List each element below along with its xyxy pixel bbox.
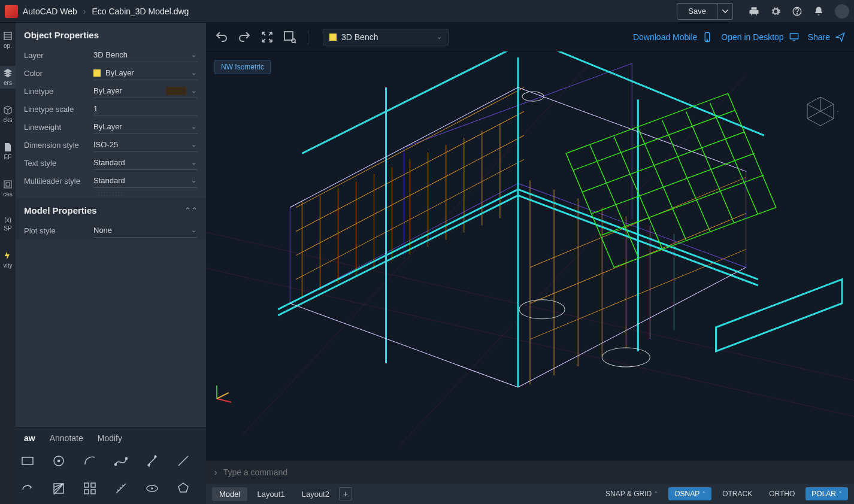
ellipse-tool-icon[interactable]	[145, 481, 159, 496]
svg-point-1	[797, 13, 797, 14]
svg-line-27	[217, 393, 229, 399]
redo-icon[interactable]	[237, 30, 252, 44]
panel-resize-grip[interactable]: :::::::::	[16, 190, 206, 197]
dimension-style-dropdown[interactable]: ISO-25⌄	[93, 138, 198, 152]
zoom-extents-icon[interactable]	[260, 30, 274, 44]
svg-rect-17	[284, 32, 293, 40]
multileader-style-dropdown[interactable]: Standard⌄	[93, 174, 198, 188]
tool-palette: aw Annotate Modify	[16, 427, 206, 504]
arc-tool-icon[interactable]	[83, 454, 97, 468]
object-properties-header[interactable]: Object Properties	[16, 23, 206, 46]
snap-grid-toggle[interactable]: SNAP & GRID˄	[599, 487, 664, 500]
wireframe-model	[206, 51, 854, 447]
text-style-dropdown[interactable]: Standard⌄	[93, 156, 198, 170]
share-link[interactable]: Share	[808, 32, 846, 42]
color-dropdown[interactable]: ByLayer⌄	[93, 66, 198, 80]
command-input[interactable]	[223, 467, 846, 477]
mobile-icon	[702, 32, 713, 42]
tab-model-space[interactable]: Model	[212, 487, 247, 501]
rail-item-prop[interactable]: op.	[0, 29, 16, 51]
add-layout-button[interactable]: +	[339, 487, 352, 500]
model-properties-header[interactable]: Model Properties ⌃⌃	[16, 198, 206, 221]
breadcrumb-app[interactable]: AutoCAD Web	[23, 7, 77, 16]
array-tool-icon[interactable]	[83, 481, 97, 496]
tab-draw[interactable]: aw	[24, 433, 35, 443]
plot-style-dropdown[interactable]: None⌄	[93, 223, 198, 238]
spline-tool-icon[interactable]	[114, 454, 128, 468]
zoom-window-icon[interactable]	[283, 30, 297, 44]
chevron-up-icon: ˄	[702, 491, 705, 497]
rail-item-blocks[interactable]: cks	[0, 103, 16, 126]
svg-line-26	[217, 399, 231, 402]
canvas-toolbar: 3D Bench ⌄ Download Mobile Open in Deskt…	[206, 23, 854, 51]
svg-point-9	[126, 458, 128, 460]
rail-item-traces[interactable]: ces	[0, 177, 16, 200]
share-icon	[835, 32, 846, 42]
bell-icon[interactable]	[813, 6, 824, 17]
layer-dropdown[interactable]: 3D Bench⌄	[93, 48, 198, 62]
layer-color-swatch-icon	[329, 34, 337, 41]
rail-item-layers[interactable]: ers	[0, 66, 16, 89]
download-mobile-link[interactable]: Download Mobile	[633, 32, 713, 42]
svg-point-20	[707, 40, 708, 41]
undo-icon[interactable]	[214, 30, 229, 44]
svg-point-16	[152, 488, 153, 489]
measure-tool-icon[interactable]	[114, 481, 128, 496]
line-arrows-tool-icon[interactable]	[145, 454, 159, 468]
ortho-toggle[interactable]: ORTHO	[763, 487, 801, 500]
revcloud-tool-icon[interactable]	[20, 481, 35, 496]
properties-panel: Object Properties Layer 3D Bench⌄ Color …	[16, 23, 206, 504]
left-rail: op. ers cks EF ces (x)SP vity	[0, 23, 16, 504]
otrack-toggle[interactable]: OTRACK	[716, 487, 758, 500]
lineweight-dropdown[interactable]: ByLayer⌄	[93, 120, 198, 134]
svg-rect-13	[84, 490, 89, 494]
tab-layout2[interactable]: Layout2	[295, 487, 337, 501]
breadcrumb-file[interactable]: Eco Cabin_3D Model.dwg	[92, 7, 189, 16]
svg-rect-2	[4, 32, 11, 40]
circle-tool-icon[interactable]	[52, 454, 66, 468]
collapse-icon[interactable]: ⌃⌃	[184, 206, 198, 215]
linetype-swatch-icon	[166, 87, 186, 95]
save-button[interactable]: Save	[677, 3, 717, 20]
linetype-scale-input[interactable]: 1	[93, 102, 198, 116]
print-icon[interactable]	[749, 6, 759, 17]
svg-rect-5	[22, 457, 33, 464]
rail-item-lisp[interactable]: (x)SP	[0, 214, 16, 234]
chevron-right-icon: ›	[83, 7, 86, 16]
save-dropdown-button[interactable]	[717, 3, 733, 20]
viewcube-icon[interactable]	[802, 93, 838, 129]
chevron-up-icon: ˄	[655, 491, 658, 497]
top-bar: AutoCAD Web › Eco Cabin_3D Model.dwg Sav…	[0, 0, 854, 23]
command-bar: ›	[206, 461, 854, 484]
tab-annotate[interactable]: Annotate	[50, 433, 83, 443]
help-icon[interactable]	[792, 6, 802, 17]
tab-modify[interactable]: Modify	[98, 433, 122, 443]
rail-item-activity[interactable]: vity	[0, 248, 16, 271]
line-tool-icon[interactable]	[176, 454, 190, 468]
polar-toggle[interactable]: POLAR˄	[805, 487, 848, 500]
app-logo[interactable]	[5, 5, 18, 18]
open-desktop-link[interactable]: Open in Desktop	[721, 32, 799, 42]
hatch-tool-icon[interactable]	[52, 481, 66, 496]
rail-item-xref[interactable]: EF	[0, 140, 16, 163]
save-button-group: Save	[677, 3, 733, 20]
polygon-tool-icon[interactable]	[176, 481, 190, 496]
svg-rect-4	[6, 183, 10, 186]
svg-point-8	[115, 464, 117, 466]
viewport[interactable]: NW Isometric	[206, 51, 854, 461]
svg-rect-11	[84, 483, 89, 487]
chevron-down-icon: ⌄	[437, 33, 442, 41]
rectangle-tool-icon[interactable]	[20, 454, 35, 468]
tab-layout1[interactable]: Layout1	[250, 487, 292, 501]
gear-icon[interactable]	[770, 6, 781, 17]
status-bar: Model Layout1 Layout2 + SNAP & GRID˄ OSN…	[206, 484, 854, 504]
active-layer-dropdown[interactable]: 3D Bench ⌄	[323, 29, 449, 45]
linetype-dropdown[interactable]: ByLayer⌄	[93, 84, 198, 98]
command-chevron-icon: ›	[214, 467, 217, 477]
osnap-toggle[interactable]: OSNAP˄	[668, 487, 711, 500]
color-swatch-icon	[93, 69, 101, 77]
axis-gizmo-icon[interactable]	[212, 379, 236, 403]
user-avatar[interactable]	[835, 4, 849, 19]
breadcrumb: AutoCAD Web › Eco Cabin_3D Model.dwg	[23, 7, 189, 16]
desktop-icon	[789, 32, 800, 42]
